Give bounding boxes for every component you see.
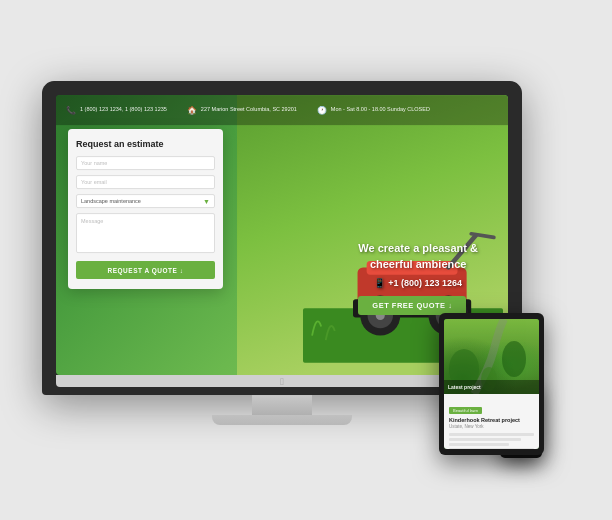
- overlay-phone-number: +1 (800) 123 1264: [388, 278, 462, 288]
- tablet-screen: Latest project Beautiful lawn Kinderhook…: [444, 319, 539, 449]
- tablet-device: Latest project Beautiful lawn Kinderhook…: [439, 313, 544, 455]
- tablet-line-1: [449, 433, 534, 436]
- form-panel: Request an estimate Your name Your email…: [68, 129, 223, 289]
- nav-hours-text: Mon - Sat 8.00 - 18.00 Sunday CLOSED: [331, 107, 430, 114]
- select-arrow-icon: ▼: [203, 198, 210, 205]
- request-quote-label: REQUEST A QUOTE ↓: [108, 267, 184, 274]
- scene: 📞 1 (800) 123 1234, 1 (800) 123 1235 🏠 2…: [0, 0, 612, 520]
- clock-icon: 🕐: [317, 106, 327, 115]
- phone-icon-overlay: 📱: [374, 278, 385, 288]
- overlay-phone: 📱 +1 (800) 123 1264: [358, 278, 478, 288]
- nav-hours: 🕐 Mon - Sat 8.00 - 18.00 Sunday CLOSED: [317, 106, 430, 115]
- tablet-line-4: [449, 448, 534, 449]
- tablet-overlay-title: Latest project: [448, 384, 535, 390]
- tablet-overlay: Latest project: [444, 380, 539, 394]
- tablet-badge: Beautiful lawn: [449, 407, 482, 414]
- tablet-line-3: [449, 443, 509, 446]
- imac-neck: [252, 395, 312, 415]
- imac-base: [212, 415, 352, 425]
- svg-point-13: [502, 341, 526, 377]
- tablet-line-2: [449, 438, 521, 441]
- apple-logo-icon: : [280, 376, 284, 387]
- message-placeholder: Message: [81, 218, 103, 224]
- form-message-textarea[interactable]: Message: [76, 213, 215, 253]
- email-placeholder: Your email: [81, 179, 107, 185]
- form-email-field[interactable]: Your email: [76, 175, 215, 189]
- nav-address-text: 227 Marion Street Columbia, SC 29201: [201, 107, 297, 114]
- form-service-select[interactable]: Landscape maintenance ▼: [76, 194, 215, 208]
- phone-icon: 📞: [66, 106, 76, 115]
- tablet-outer: Latest project Beautiful lawn Kinderhook…: [439, 313, 544, 455]
- site-nav: 📞 1 (800) 123 1234, 1 (800) 123 1235 🏠 2…: [56, 95, 508, 125]
- tablet-project-title: Kinderhook Retreat project: [449, 417, 534, 423]
- nav-address: 🏠 227 Marion Street Columbia, SC 29201: [187, 106, 297, 115]
- tablet-image-top: Latest project: [444, 319, 539, 394]
- name-placeholder: Your name: [81, 160, 107, 166]
- tablet-project-location: Ustate, New York: [449, 424, 534, 429]
- get-free-quote-label: GET FREE QUOTE ↓: [372, 301, 452, 310]
- address-icon: 🏠: [187, 106, 197, 115]
- form-title: Request an estimate: [76, 139, 215, 149]
- form-name-field[interactable]: Your name: [76, 156, 215, 170]
- request-quote-button[interactable]: REQUEST A QUOTE ↓: [76, 261, 215, 279]
- overlay-content: We create a pleasant &cheerful ambience …: [358, 241, 478, 315]
- service-placeholder: Landscape maintenance: [81, 198, 141, 204]
- tablet-text-lines: [449, 433, 534, 449]
- overlay-tagline: We create a pleasant &cheerful ambience: [358, 241, 478, 272]
- nav-phone: 📞 1 (800) 123 1234, 1 (800) 123 1235: [66, 106, 167, 115]
- nav-phone-text: 1 (800) 123 1234, 1 (800) 123 1235: [80, 107, 167, 114]
- tablet-content: Beautiful lawn Kinderhook Retreat projec…: [444, 394, 539, 449]
